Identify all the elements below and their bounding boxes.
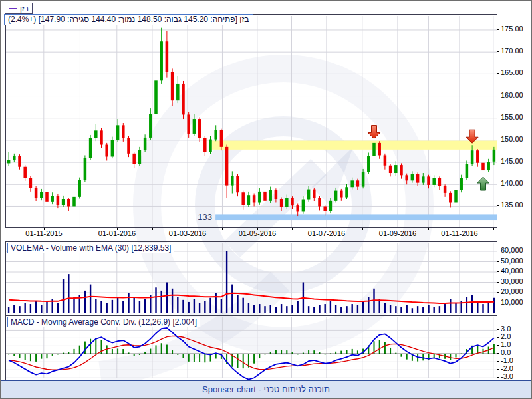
price-panel[interactable]: [5, 14, 497, 228]
volume-y-label: 20,000: [501, 287, 523, 295]
price-y-label: 165.00: [501, 68, 523, 76]
volume-y-tick: [497, 271, 499, 272]
chart-window: בזן בזן [פתיחה: 145.20 גבוה: 148.50 נמוך…: [0, 0, 532, 399]
date-tick: [428, 228, 429, 230]
date-tick: [292, 228, 293, 230]
buy-arrow-icon: [477, 177, 489, 190]
price-y-tick: [497, 205, 499, 206]
volume-y-tick: [497, 282, 499, 283]
price-y-label: 155.00: [501, 113, 523, 121]
price-y-label: 135.00: [501, 201, 523, 209]
series-legend-label: בזן: [20, 5, 29, 13]
macd-y-label: 3.0: [501, 325, 511, 332]
date-label: 01-05-2016: [239, 229, 276, 237]
price-plot-svg[interactable]: [6, 15, 497, 227]
price-y-tick: [497, 140, 499, 140]
price-y-label: 140.00: [501, 179, 523, 187]
date-tick: [327, 228, 327, 230]
macd-y-tick: [497, 353, 499, 354]
volume-y-label: 10,000: [501, 298, 523, 306]
macd-y-tick: [497, 361, 499, 362]
price-y-label: 150.00: [501, 135, 523, 143]
volume-y-label: 40,000: [501, 267, 523, 275]
date-label: 01-11-2015: [25, 229, 62, 237]
sell-arrow-icon: [368, 126, 380, 139]
price-y-label: 145.00: [501, 157, 523, 165]
date-label: 01-09-2016: [379, 229, 416, 237]
price-y-tick: [497, 29, 499, 30]
date-tick: [80, 228, 80, 230]
date-tick: [398, 228, 398, 230]
date-label: 01-01-2016: [98, 229, 136, 237]
macd-y-tick: [497, 329, 499, 330]
price-y-tick: [497, 118, 499, 118]
price-y-label: 160.00: [501, 91, 523, 99]
support-level-label: 133: [186, 212, 212, 222]
macd-y-label: 2.0: [501, 332, 511, 340]
date-tick: [117, 228, 118, 230]
price-y-tick: [497, 184, 499, 184]
price-y-tick: [497, 73, 499, 74]
date-tick: [188, 228, 188, 230]
volume-y-tick: [497, 303, 499, 303]
date-tick: [257, 228, 258, 230]
price-y-label: 175.00: [501, 25, 523, 33]
macd-y-label: -3.0: [501, 372, 513, 380]
macd-y-label: 0.0: [501, 348, 511, 356]
price-y-tick: [497, 51, 499, 52]
date-label: 01-03-2016: [169, 229, 206, 237]
support-zone: [215, 214, 497, 220]
price-y-tick: [497, 162, 499, 162]
volume-y-tick: [497, 261, 499, 262]
macd-panel[interactable]: MACD - Moving Average Conv. Div. (12,26,…: [5, 315, 497, 380]
ohlc-info-bar: בזן [פתיחה: 145.20 גבוה: 148.50 נמוך: 14…: [4, 14, 253, 25]
date-label: 01-07-2016: [308, 229, 345, 237]
ohlc-info-text: בזן [פתיחה: 145.20 גבוה: 148.50 נמוך: 14…: [8, 15, 249, 24]
volume-y-label: 50,000: [501, 257, 523, 265]
resistance-zone: [212, 141, 497, 150]
volume-y-label: 60,000: [501, 246, 523, 254]
price-bands: [212, 141, 497, 220]
price-y-tick: [497, 96, 499, 96]
macd-panel-title: MACD - Moving Average Conv. Div. (12,26,…: [7, 317, 200, 327]
volume-y-tick: [497, 251, 499, 251]
macd-y-tick: [497, 337, 499, 338]
macd-y-label: 1.0: [501, 340, 511, 348]
date-tick: [493, 228, 494, 230]
macd-signal-line: [9, 336, 494, 370]
date-tick: [460, 228, 460, 230]
date-tick: [152, 228, 153, 230]
date-tick: [44, 228, 45, 230]
macd-y-tick: [497, 369, 499, 370]
date-label: 01-11-2016: [441, 229, 477, 237]
footer-text: Sponser chart - תוכנה לניתוח טכני: [202, 384, 330, 394]
series-legend[interactable]: בזן: [5, 3, 33, 14]
volume-panel-title: VOLEMA - Volume with EMA (30) [12,839.53…: [7, 243, 174, 253]
macd-histogram: [8, 338, 495, 368]
candles-group: [7, 28, 495, 216]
macd-y-label: -1.0: [501, 356, 513, 364]
macd-y-tick: [497, 345, 499, 346]
series-line-swatch: [9, 8, 17, 9]
footer-bar: Sponser chart - תוכנה לניתוח טכני: [1, 380, 531, 398]
volume-panel[interactable]: VOLEMA - Volume with EMA (30) [12,839.53…: [5, 241, 497, 316]
volume-ema-line: [9, 293, 494, 303]
macd-y-label: -2.0: [501, 364, 513, 372]
date-tick: [362, 228, 363, 230]
price-y-label: 170.00: [501, 47, 523, 55]
volume-y-label: 30,000: [501, 277, 523, 285]
date-tick: [222, 228, 223, 230]
volume-y-tick: [497, 292, 499, 293]
macd-y-tick: [497, 377, 499, 378]
